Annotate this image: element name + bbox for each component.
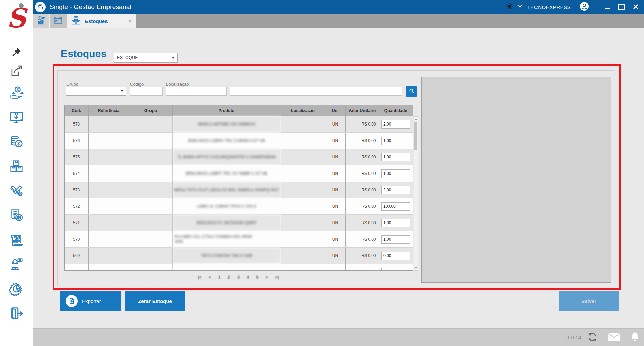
table-scrollbar[interactable] bbox=[414, 116, 418, 271]
cell-referencia bbox=[88, 116, 129, 133]
cell-localizacao bbox=[281, 149, 325, 165]
cell-valor-unitario bbox=[345, 264, 379, 271]
theme-toggle-button[interactable] bbox=[504, 0, 515, 14]
table-row[interactable]: 572 LMBS VL CSBNS TRVS C SXLS UN R$ 0,00 bbox=[65, 198, 413, 215]
sidebar-divider bbox=[6, 42, 27, 42]
grupo-select[interactable] bbox=[66, 87, 126, 96]
notifications-button[interactable] bbox=[630, 332, 640, 344]
localizacao-input[interactable] bbox=[166, 87, 227, 96]
sidebar-item-financeiro[interactable]: $ bbox=[0, 130, 33, 154]
tab-panel[interactable] bbox=[50, 14, 67, 28]
maximize-button[interactable] bbox=[614, 0, 629, 14]
quantidade-input[interactable] bbox=[381, 252, 410, 260]
table-row[interactable]: 576 BNM ANXS LDBRV TRC CVBNM A GT VB UN … bbox=[65, 133, 413, 149]
table-row[interactable]: 571 BSDLNSVLTC SNTSNSM QWRT UN R$ 0,00 bbox=[65, 215, 413, 231]
quantidade-input[interactable] bbox=[381, 235, 410, 244]
cell-un: UN bbox=[325, 165, 345, 182]
tab-estoques-active[interactable]: Estoques ✕ bbox=[67, 14, 136, 28]
quantidade-input[interactable] bbox=[381, 202, 410, 211]
cell-referencia bbox=[88, 182, 129, 198]
sidebar-item-pin[interactable] bbox=[0, 43, 33, 62]
table-row[interactable]: 574 BRM MNXS LDBRT TRC XV SMBR C GT AB U… bbox=[65, 165, 413, 182]
pagination-prev[interactable]: < bbox=[209, 275, 211, 280]
share-icon bbox=[9, 64, 24, 78]
sidebar-item-estoque[interactable] bbox=[0, 154, 33, 179]
cell-produto-redacted: TL BNMA ARTVS CXZLMNQWERTB U CNMERSBNM bbox=[172, 149, 281, 165]
table-row[interactable]: 578 MKRLS AWTNBC DO SMBRAS UN R$ 0,00 bbox=[65, 116, 413, 133]
minimize-icon bbox=[605, 8, 610, 9]
salvar-button[interactable]: Salvar bbox=[559, 291, 619, 311]
user-icon bbox=[579, 2, 589, 12]
cell-un: UN bbox=[325, 182, 345, 198]
quantidade-input[interactable] bbox=[381, 169, 410, 178]
cell-grupo bbox=[129, 116, 172, 133]
cell-grupo bbox=[129, 165, 172, 182]
table-row-partial[interactable] bbox=[65, 264, 413, 271]
svg-text:$: $ bbox=[17, 141, 20, 146]
sidebar-item-vendas[interactable]: $ bbox=[0, 81, 33, 105]
sidebar-item-configuracoes[interactable] bbox=[0, 277, 33, 301]
quantidade-input[interactable] bbox=[381, 120, 410, 129]
table-row[interactable]: 575 TL BNMA ARTVS CXZLMNQWERTB U CNMERSB… bbox=[65, 149, 413, 165]
pagination-last[interactable]: >| bbox=[275, 275, 279, 280]
maximize-icon bbox=[618, 4, 625, 10]
user-avatar[interactable] bbox=[578, 0, 590, 14]
sidebar-item-export[interactable] bbox=[0, 62, 33, 81]
cell-produto-redacted: LMBS VL CSBNS TRVS C SXLS bbox=[172, 198, 281, 215]
table-row[interactable]: 570 PLA MBS XCL CTSLV CSNBDA KPL MNW VMS… bbox=[65, 231, 413, 248]
cell-referencia bbox=[88, 231, 129, 248]
cell-valor-unitario: R$ 0,00 bbox=[345, 198, 379, 215]
sun-icon bbox=[506, 3, 513, 11]
money-hand-icon: $ bbox=[9, 85, 24, 101]
sidebar-item-sair[interactable] bbox=[0, 301, 33, 326]
zerar-estoque-button[interactable]: Zerar Estoque bbox=[125, 291, 185, 311]
svg-text:$: $ bbox=[16, 87, 19, 92]
pagination-first[interactable]: |< bbox=[198, 275, 202, 280]
tab-close-icon[interactable]: ✕ bbox=[128, 18, 132, 24]
pagination-next[interactable]: > bbox=[266, 275, 268, 280]
stock-type-select[interactable]: ESTOQUE bbox=[114, 53, 178, 63]
exportar-button[interactable]: Exportar bbox=[60, 291, 121, 311]
minimize-button[interactable] bbox=[600, 0, 614, 14]
quantidade-input[interactable] bbox=[381, 153, 410, 161]
quantidade-input[interactable] bbox=[381, 186, 410, 194]
close-button[interactable]: ✕ bbox=[629, 0, 643, 14]
coins-icon: $ bbox=[9, 134, 24, 150]
pagination-page-4[interactable]: 4 bbox=[247, 275, 249, 280]
col-header-un: Un. bbox=[325, 105, 345, 116]
quantidade-input[interactable] bbox=[381, 137, 410, 145]
scroll-up-button[interactable] bbox=[414, 117, 418, 122]
pagination-page-5[interactable]: 5 bbox=[256, 275, 258, 280]
scrollbar-thumb[interactable] bbox=[414, 122, 417, 150]
table-row[interactable]: 569 TBTS CSNDSM TWLS CMB UN R$ 0,00 bbox=[65, 248, 413, 264]
titlebar-separator bbox=[592, 2, 592, 12]
search-input[interactable] bbox=[230, 87, 402, 96]
account-dropdown-chevron[interactable] bbox=[515, 0, 525, 14]
pagination-page-2[interactable]: 2 bbox=[228, 275, 230, 280]
pagination-page-1[interactable]: 1 bbox=[218, 275, 220, 280]
cell-produto-redacted: MRSA TNTS PLVT LBDVLXS BNL SMBRLA XNWPQ … bbox=[172, 182, 281, 198]
quantidade-input[interactable] bbox=[381, 219, 410, 227]
sidebar-item-suporte[interactable] bbox=[0, 252, 33, 277]
sidebar-item-servicos[interactable] bbox=[0, 179, 33, 203]
sidebar-item-relatorios[interactable] bbox=[0, 228, 33, 252]
pagination-page-3[interactable]: 3 bbox=[237, 275, 240, 280]
sidebar-item-pdv[interactable] bbox=[0, 105, 33, 130]
cell-grupo bbox=[129, 198, 172, 215]
scroll-down-icon[interactable] bbox=[415, 267, 417, 269]
cell-localizacao bbox=[281, 231, 325, 248]
sidebar-item-faturamento[interactable]: $ bbox=[0, 203, 33, 228]
app-logo[interactable]: S bbox=[0, 1, 33, 39]
tab-dashboard[interactable]: $ bbox=[33, 14, 50, 28]
codigo-input[interactable] bbox=[130, 87, 163, 96]
cell-grupo bbox=[129, 248, 172, 264]
account-name: TECNOEXPRESS bbox=[527, 4, 571, 10]
cell-localizacao bbox=[281, 264, 325, 271]
cell-cod: 576 bbox=[65, 133, 88, 149]
refresh-button[interactable] bbox=[587, 332, 597, 343]
quantidade-input[interactable] bbox=[381, 268, 410, 271]
cell-cod: 578 bbox=[65, 116, 88, 133]
messages-button[interactable] bbox=[607, 332, 621, 343]
search-button[interactable] bbox=[406, 86, 417, 97]
table-row[interactable]: 573 MRSA TNTS PLVT LBDVLXS BNL SMBRLA XN… bbox=[65, 182, 413, 198]
